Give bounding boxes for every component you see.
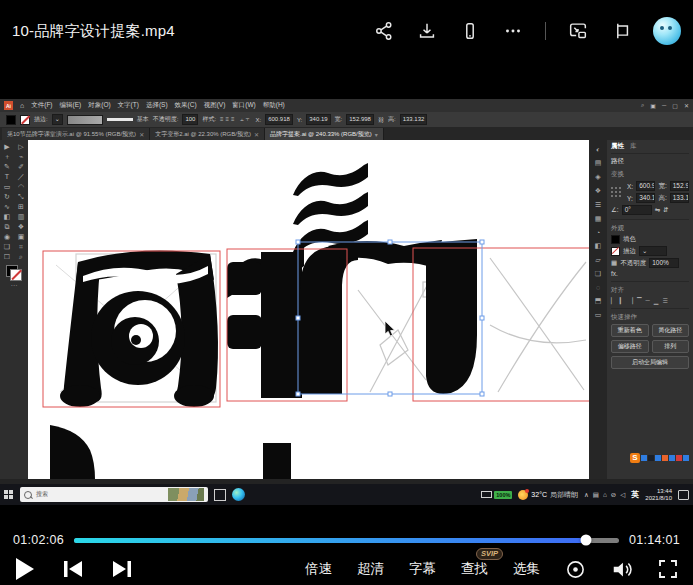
- stroke-weight-field[interactable]: ⌄: [639, 246, 667, 256]
- ai-menu-3[interactable]: 文字(T): [118, 101, 139, 110]
- more-icon[interactable]: [502, 20, 524, 42]
- ai-menu-4[interactable]: 选择(S): [146, 101, 168, 110]
- quick-action-0[interactable]: 重新着色: [611, 324, 649, 337]
- edge-browser-icon[interactable]: [232, 488, 245, 501]
- flip-h-icon[interactable]: ⇋: [655, 206, 660, 214]
- volume-icon[interactable]: [611, 559, 633, 580]
- close-icon[interactable]: ✕: [684, 102, 689, 109]
- width-tool-icon[interactable]: ⊞: [18, 202, 24, 212]
- stroke-panel-icon[interactable]: ☰: [595, 201, 601, 209]
- rotate-field[interactable]: 0°: [622, 205, 652, 215]
- tab-properties[interactable]: 属性: [611, 142, 624, 151]
- weather-widget[interactable]: 32°C 局部晴朗: [518, 490, 578, 500]
- shape-builder-tool-icon[interactable]: ▥: [18, 212, 25, 222]
- comments-panel-icon[interactable]: ▭: [595, 311, 602, 319]
- document-tab-2[interactable]: 品牌字提案.ai @ 240.33% (RGB/预览)▾: [265, 128, 384, 140]
- workspace-icon[interactable]: ▣: [650, 102, 656, 109]
- toolbar-fill-stroke-swatches[interactable]: [6, 265, 22, 281]
- maximize-icon[interactable]: ▢: [672, 102, 678, 109]
- search-highlight-image[interactable]: [168, 488, 204, 501]
- task-view-button[interactable]: [214, 489, 226, 501]
- document-tab-1[interactable]: 文字变形2.ai @ 22.30% (RGB/预览)✕: [150, 128, 265, 140]
- symbols-panel-icon[interactable]: ❖: [595, 187, 601, 195]
- video-frame[interactable]: Ai ⌂ 文件(F)编辑(E)对象(O)文字(T)选择(S)效果(C)视图(V)…: [0, 99, 693, 505]
- control-speed[interactable]: 倍速: [305, 560, 332, 578]
- x-value[interactable]: 600.918: [265, 114, 293, 125]
- gradient-tool-icon[interactable]: ⧉: [5, 222, 10, 232]
- align-top-icon[interactable]: ▔: [637, 297, 642, 304]
- h-value[interactable]: 133.132: [400, 114, 428, 125]
- quick-action-3[interactable]: 排列: [652, 340, 690, 353]
- download-icon[interactable]: [416, 20, 438, 42]
- pencil-tool-icon[interactable]: ↻: [4, 192, 10, 202]
- ai-menu-7[interactable]: 窗口(W): [232, 101, 255, 110]
- minimize-icon[interactable]: ─: [662, 102, 666, 109]
- symbol-tool-icon[interactable]: ▣: [18, 232, 25, 242]
- cast-icon[interactable]: [610, 20, 632, 42]
- magic-wand-tool-icon[interactable]: ＋: [4, 152, 11, 162]
- volume-icon[interactable]: ◁: [620, 491, 625, 499]
- color-panel-icon[interactable]: ◐: [596, 146, 600, 153]
- ai-menu-1[interactable]: 编辑(E): [60, 101, 82, 110]
- artboards-panel-icon[interactable]: ❏: [595, 270, 601, 278]
- w-value[interactable]: 152.998: [346, 114, 374, 125]
- fx-button[interactable]: fx.: [611, 270, 618, 277]
- align-panel-icon[interactable]: ⬒: [595, 297, 602, 305]
- ai-menu-5[interactable]: 效果(C): [175, 101, 197, 110]
- previous-button[interactable]: [62, 559, 84, 579]
- transparency-panel-icon[interactable]: ◧: [595, 242, 602, 250]
- onedrive-icon[interactable]: ⌂: [603, 491, 607, 499]
- rotate-tool-icon[interactable]: ⤡: [18, 192, 24, 202]
- link-icon[interactable]: ⛓: [378, 117, 384, 123]
- selection-tool-icon[interactable]: ▶: [4, 142, 9, 152]
- search-icon[interactable]: ⌕: [641, 102, 644, 109]
- graph-tool-icon[interactable]: ❏: [4, 242, 10, 252]
- pip-icon[interactable]: [567, 20, 589, 42]
- start-button[interactable]: [4, 490, 14, 500]
- lasso-tool-icon[interactable]: ⌁: [19, 152, 23, 162]
- layers-panel-icon[interactable]: ▦: [595, 215, 602, 223]
- scale-tool-icon[interactable]: ∿: [4, 202, 10, 212]
- play-button[interactable]: [15, 557, 35, 581]
- direct-selection-tool-icon[interactable]: ▷: [18, 142, 23, 152]
- distribute-icon[interactable]: ☰: [662, 297, 667, 304]
- quick-action-2[interactable]: 偏移路径: [611, 340, 649, 353]
- toolbar-more-icon[interactable]: ⋯: [11, 281, 18, 291]
- home-icon[interactable]: ⌂: [20, 102, 24, 109]
- battery-indicator[interactable]: 100%: [481, 491, 512, 499]
- tab-menu-icon[interactable]: ▾: [375, 131, 378, 138]
- eyedropper-tool-icon[interactable]: ❖: [18, 222, 24, 232]
- ai-menu-6[interactable]: 视图(V): [204, 101, 226, 110]
- stroke-type[interactable]: 基本: [137, 115, 149, 124]
- document-tab-0[interactable]: 第10节品牌字课堂演示.ai @ 91.55% (RGB/预览)✕: [2, 128, 150, 140]
- progress-knob[interactable]: [581, 535, 592, 546]
- paintbrush-tool-icon[interactable]: ◠: [18, 182, 24, 192]
- gradient-panel-icon[interactable]: ◔: [596, 229, 600, 236]
- fill-swatch[interactable]: [611, 235, 620, 244]
- ai-menu-2[interactable]: 对象(O): [88, 101, 110, 110]
- taskbar-search[interactable]: 搜索: [20, 487, 208, 502]
- align-v-center-icon[interactable]: ─: [646, 297, 650, 304]
- align-h-center-icon[interactable]: ▎: [620, 297, 625, 304]
- rectangle-tool-icon[interactable]: ▭: [4, 182, 11, 192]
- align-buttons-cluster[interactable]: ≡≡≡ ⫠⫟: [220, 116, 251, 123]
- control-find[interactable]: 查找SVIP: [461, 560, 488, 578]
- line-tool-icon[interactable]: ／: [18, 172, 25, 182]
- tab-libraries[interactable]: 库: [630, 142, 637, 151]
- ai-menu-8[interactable]: 帮助(H): [263, 101, 285, 110]
- reference-point-icon[interactable]: [611, 187, 622, 198]
- ai-canvas[interactable]: [28, 140, 589, 479]
- swatches-panel-icon[interactable]: ▤: [595, 159, 602, 167]
- blend-tool-icon[interactable]: ◉: [4, 232, 10, 242]
- progress-bar[interactable]: [74, 538, 619, 543]
- hand-tool-icon[interactable]: ☐: [4, 252, 10, 262]
- zoom-tool-icon[interactable]: ⌕: [19, 252, 23, 262]
- brush-definition[interactable]: [67, 115, 103, 125]
- tab-close-icon[interactable]: ✕: [254, 131, 259, 138]
- align-bottom-icon[interactable]: ▁: [654, 297, 659, 304]
- audio-track-icon[interactable]: [565, 559, 586, 580]
- quick-action-1[interactable]: 简化路径: [652, 324, 690, 337]
- taskbar-clock[interactable]: 13:44 2021/8/10: [645, 488, 672, 502]
- action-center-icon[interactable]: [678, 490, 689, 500]
- touch-keyboard-icon[interactable]: ▤: [593, 491, 599, 499]
